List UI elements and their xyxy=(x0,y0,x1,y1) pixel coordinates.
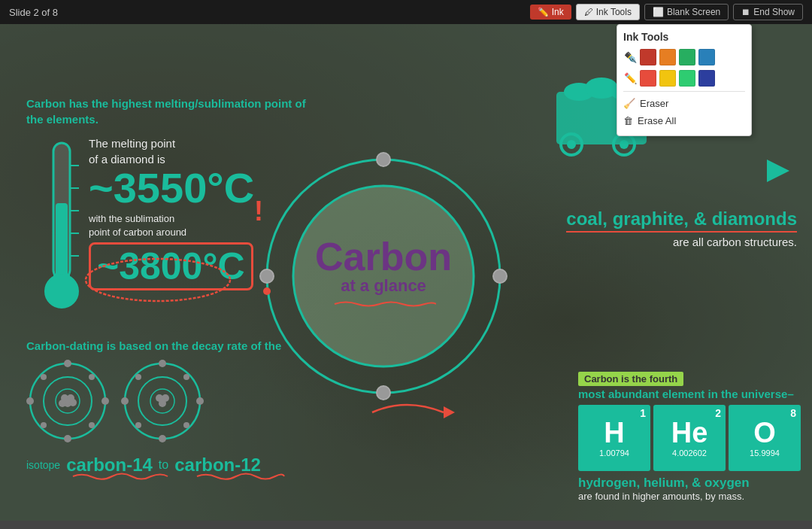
eraser-icon: 🧹 xyxy=(623,98,635,109)
slide-indicator: Slide 2 of 8 xyxy=(9,7,58,18)
svg-point-52 xyxy=(135,374,141,380)
abundant-title: most abundant element in the universe– xyxy=(578,388,801,400)
svg-point-35 xyxy=(64,435,71,442)
isotope-diagrams xyxy=(26,360,281,445)
color-swatch-light-green[interactable] xyxy=(679,70,695,87)
svg-point-38 xyxy=(41,374,47,380)
svg-point-53 xyxy=(183,422,189,428)
pen-color-row: ✒️ xyxy=(623,49,745,65)
coal-subtitle: are all carbon structures. xyxy=(566,236,797,248)
coal-title: coal, graphite, & diamonds xyxy=(566,208,797,230)
color-swatch-orange[interactable] xyxy=(659,49,676,65)
svg-point-47 xyxy=(159,400,166,407)
svg-point-37 xyxy=(102,397,109,405)
erase-all-icon: 🗑 xyxy=(623,115,633,126)
center-orbit: Carbon at a glance xyxy=(256,148,511,404)
sublimation-temp: ~3800°C xyxy=(89,242,253,290)
sublimation-label: with the sublimation point of carbon aro… xyxy=(89,212,254,239)
marker-icon: ✏️ xyxy=(623,71,637,85)
blank-screen-icon: ⬜ xyxy=(653,7,664,17)
svg-rect-18 xyxy=(53,275,70,293)
marker-color-row: ✏️ xyxy=(623,70,745,87)
svg-point-54 xyxy=(183,374,189,380)
elements-section: Carbon is the fourth most abundant eleme… xyxy=(578,372,801,502)
color-swatch-green[interactable] xyxy=(679,49,695,65)
svg-marker-9 xyxy=(767,160,789,182)
svg-point-5 xyxy=(567,140,576,149)
ink-button[interactable]: ✏️ Ink xyxy=(530,5,571,20)
topbar: Slide 2 of 8 ✏️ Ink 🖊 Ink Tools ⬜ Blank … xyxy=(0,0,812,24)
ink-tools-title: Ink Tools xyxy=(623,31,745,43)
ink-tools-button[interactable]: 🖊 Ink Tools xyxy=(576,4,640,20)
top-left-heading: Carbon has the highest melting/sublimati… xyxy=(26,96,312,127)
elements-footer: hydrogen, helium, & oxygen xyxy=(578,476,801,491)
carbon-subtitle: at a glance xyxy=(315,276,452,296)
svg-point-34 xyxy=(64,360,71,367)
end-show-button[interactable]: ⏹ End Show xyxy=(733,4,803,20)
melting-temp: ~3550°C xyxy=(89,167,254,209)
ink-tools-icon: 🖊 xyxy=(584,7,593,17)
isotope-c12: carbon-12 xyxy=(174,455,261,476)
carbon-dating-label: Carbon-dating is based on the decay rate… xyxy=(26,339,281,352)
isotope-c14: carbon-14 xyxy=(66,455,153,476)
coal-section: coal, graphite, & diamonds are all carbo… xyxy=(566,208,797,248)
element-cards: 1 H 1.00794 2 He 4.002602 8 O 15.9994 xyxy=(578,405,801,471)
pen-icon: ✒️ xyxy=(623,50,637,64)
center-text: Carbon at a glance xyxy=(315,237,452,312)
svg-point-23 xyxy=(493,269,507,283)
element-card-he: 2 He 4.002602 xyxy=(653,405,726,471)
elements-footer-sub: are found in higher amounts, by mass. xyxy=(578,491,801,502)
svg-point-49 xyxy=(159,435,166,442)
color-swatch-blue[interactable] xyxy=(698,49,715,65)
ink-tools-dropdown: Ink Tools ✒️ ✏️ 🧹 Eraser 🗑 Erase All xyxy=(617,24,752,136)
svg-rect-11 xyxy=(56,203,68,278)
right-arrow-svg xyxy=(763,152,793,190)
carbon-dating-section: Carbon-dating is based on the decay rate… xyxy=(26,339,281,445)
svg-point-41 xyxy=(41,422,47,428)
svg-point-51 xyxy=(196,397,204,405)
svg-point-36 xyxy=(26,397,34,405)
end-show-icon: ⏹ xyxy=(741,7,750,17)
color-swatch-dark-blue[interactable] xyxy=(698,70,715,87)
element-card-h: 1 H 1.00794 xyxy=(578,405,650,471)
carbon-12-diagram xyxy=(121,360,204,445)
svg-point-33 xyxy=(69,399,77,406)
svg-point-55 xyxy=(135,422,141,428)
svg-point-32 xyxy=(59,400,66,407)
eraser-button[interactable]: 🧹 Eraser xyxy=(623,95,745,112)
pen-icon: ✏️ xyxy=(538,7,549,17)
color-swatch-red-dark[interactable] xyxy=(640,49,656,65)
blank-screen-button[interactable]: ⬜ Blank Screen xyxy=(644,4,729,20)
color-swatch-red[interactable] xyxy=(640,70,656,87)
divider xyxy=(623,91,745,92)
erase-all-button[interactable]: 🗑 Erase All xyxy=(623,112,745,129)
svg-point-50 xyxy=(121,397,129,405)
carbon-14-diagram xyxy=(26,360,109,445)
element-card-o: 8 O 15.9994 xyxy=(729,405,801,471)
svg-point-39 xyxy=(89,422,95,428)
svg-point-22 xyxy=(377,153,390,166)
thermometer xyxy=(41,135,83,319)
svg-point-24 xyxy=(377,386,390,400)
abundant-banner: Carbon is the fourth xyxy=(578,372,683,386)
isotope-labels: isotope carbon-14 to carbon-12 xyxy=(26,455,261,476)
melting-point-label: The melting point of a diamond is xyxy=(89,135,254,167)
svg-point-40 xyxy=(89,374,95,380)
toolbar-buttons: ✏️ Ink 🖊 Ink Tools ⬜ Blank Screen ⏹ End … xyxy=(530,4,803,20)
color-swatch-yellow[interactable] xyxy=(659,70,676,87)
carbon-title: Carbon xyxy=(315,237,452,276)
svg-point-7 xyxy=(620,140,629,149)
subtitle-underline xyxy=(315,299,452,312)
melting-point-section: The melting point of a diamond is ~3550°… xyxy=(89,135,254,290)
svg-point-25 xyxy=(260,269,274,283)
svg-point-48 xyxy=(159,360,166,367)
